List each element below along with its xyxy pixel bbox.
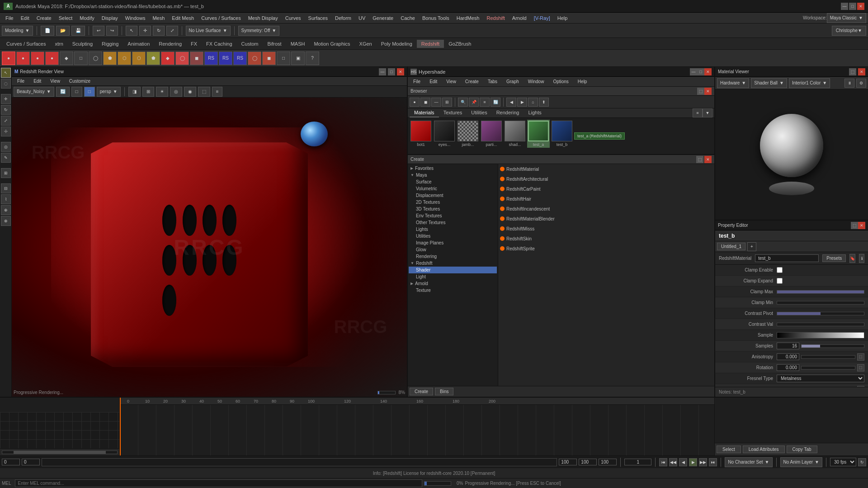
render-layer-dropdown[interactable]: Beauty_Noisy ▼ [14, 87, 54, 97]
browser-home[interactable]: ⌂ [528, 98, 538, 107]
tree-surface[interactable]: Surface [409, 178, 497, 185]
presets-button[interactable]: Presets [822, 254, 846, 262]
hs-max[interactable]: □ [697, 68, 704, 75]
shelf-icon-7[interactable]: ◯ [89, 52, 102, 65]
prop-material-input[interactable] [755, 254, 819, 262]
shelf-icon-rs3[interactable]: RS [233, 52, 247, 65]
live-surface-dropdown[interactable]: No Live Surface ▼ [186, 26, 231, 36]
node-rs-incandescent[interactable]: RedshiftIncandescent [498, 204, 714, 214]
tree-other-textures[interactable]: Other Textures [409, 219, 497, 226]
symmetry-dropdown[interactable]: Symmetry: Off ▼ [238, 26, 280, 36]
hs-window[interactable]: Window [524, 78, 548, 85]
range-bar[interactable] [42, 458, 557, 466]
node-rs-sprite[interactable]: RedshiftSprite [498, 244, 714, 253]
mat-tab-utilities[interactable]: Utilities [467, 108, 491, 117]
prop-scroll[interactable]: Clamp Enable Clamp Expand Cl [715, 265, 868, 387]
tab-rigging[interactable]: Rigging [97, 40, 123, 48]
browser-close[interactable]: ✕ [704, 88, 712, 95]
prop-rotation-map[interactable]: ⬚ [857, 364, 864, 371]
shelf-icon-14[interactable]: ◼ [190, 52, 203, 65]
shelf-icon-rs7[interactable]: ▣ [291, 52, 305, 65]
tree-favorites[interactable]: ▶ Favorites [409, 165, 497, 172]
menu-mesh-display[interactable]: Mesh Display [245, 14, 282, 22]
shelf-icon-5[interactable]: ◆ [60, 52, 73, 65]
node-rs-skin[interactable]: RedshiftSkin [498, 234, 714, 244]
shelf-icon-8[interactable]: ⬟ [103, 52, 117, 65]
timeline-main[interactable]: 0 10 20 30 40 50 60 70 80 90 100 120 140… [120, 398, 714, 455]
menu-generate[interactable]: Generate [369, 14, 397, 22]
menu-deform[interactable]: Deform [331, 14, 355, 22]
move-tool[interactable]: ✛ [1, 94, 11, 104]
tab-curves-surfaces[interactable]: Curves / Surfaces [2, 40, 50, 48]
no-character-dropdown[interactable]: No Character Set ▼ [725, 457, 772, 467]
tab-custom[interactable]: Custom [237, 40, 263, 48]
shelf-icon-6[interactable]: □ [74, 52, 88, 65]
mv-expand[interactable]: ⬚ [849, 68, 856, 75]
hs-graph[interactable]: Graph [503, 78, 523, 85]
material-color-dropdown[interactable]: Interior1 Color ▼ [789, 78, 830, 88]
undo-btn[interactable]: ↩ [93, 26, 104, 36]
tree-light[interactable]: Light [409, 273, 497, 280]
menu-curves[interactable]: Curves [282, 14, 305, 22]
shelf-icon-10[interactable]: ⬡ [132, 52, 146, 65]
shelf-icon-9[interactable]: ⬡ [118, 52, 131, 65]
browser-next[interactable]: ▶ [517, 98, 527, 107]
swatch-parti[interactable]: parti... [480, 120, 503, 148]
show-manip[interactable]: ⊞ [1, 168, 11, 178]
prop-input-rotation[interactable] [777, 364, 799, 371]
snap-point[interactable]: ⊕ [1, 205, 11, 215]
fps-dropdown[interactable]: 30 fps 24 fps 60 fps [830, 458, 856, 466]
prop-checkbox-clamp-expand[interactable] [777, 278, 783, 284]
hs-edit[interactable]: Edit [426, 78, 441, 85]
mv-pause[interactable]: ⏸ [844, 79, 854, 88]
menu-file[interactable]: File [2, 14, 17, 22]
tree-2d-textures[interactable]: 2D Textures [409, 199, 497, 206]
viewport-isolation[interactable]: ◉ [184, 87, 196, 97]
hs-help[interactable]: Help [574, 78, 591, 85]
swatch-jamb[interactable]: jamb... [457, 120, 479, 148]
tab-fx-caching[interactable]: FX Caching [202, 40, 236, 48]
snap-grid[interactable]: ⊟ [1, 183, 11, 193]
copy-tab-button[interactable]: Copy Tab [787, 446, 817, 453]
prop-sample-gradient[interactable] [777, 332, 864, 338]
snap-view[interactable]: ⊗ [1, 216, 11, 226]
rv-file[interactable]: File [14, 78, 28, 84]
node-rs-hair[interactable]: RedshiftHair [498, 194, 714, 204]
shelf-icon-rs5[interactable]: ◼ [262, 52, 276, 65]
tree-env-textures[interactable]: Env Textures [409, 212, 497, 219]
viewport-camera-tools[interactable]: ◎ [170, 87, 182, 97]
menu-create[interactable]: Create [33, 14, 55, 22]
tab-poly-modeling[interactable]: Poly Modeling [377, 40, 417, 48]
range-track[interactable] [2, 450, 118, 454]
tab-animation[interactable]: Animation [123, 40, 154, 48]
render-view-close[interactable]: ✕ [397, 68, 404, 75]
select-button[interactable]: Select [717, 446, 741, 453]
lasso-tool[interactable]: ◌ [1, 79, 11, 89]
open-file-btn[interactable]: 📂 [56, 26, 70, 36]
tree-3d-textures[interactable]: 3D Textures [409, 206, 497, 212]
mat-list-toggle[interactable]: ≡ [693, 108, 703, 117]
browser-btn-2[interactable]: ◼ [420, 98, 430, 107]
tab-xgen[interactable]: XGen [355, 40, 377, 48]
swatch-eyes[interactable]: eyes... [433, 120, 456, 148]
menu-help[interactable]: Help [554, 14, 571, 22]
menu-modify[interactable]: Modify [76, 14, 98, 22]
menu-edit[interactable]: Edit [17, 14, 33, 22]
menu-surfaces[interactable]: Surfaces [305, 14, 331, 22]
select-tool[interactable]: ↖ [1, 68, 11, 78]
new-file-btn[interactable]: 📄 [41, 26, 54, 36]
prop-input-samples[interactable] [777, 343, 799, 349]
minimize-button[interactable]: — [841, 3, 848, 10]
no-anim-layer-dropdown[interactable]: No Anim Layer ▼ [780, 457, 823, 467]
end-frame-input-2[interactable] [579, 459, 597, 465]
hs-options[interactable]: Options [549, 78, 572, 85]
swatch-test-a[interactable]: test_a [527, 120, 550, 148]
rv-view[interactable]: View [47, 78, 64, 84]
browser-list[interactable]: ≡ [480, 98, 490, 107]
shelf-icon-rs4[interactable]: ◯ [248, 52, 261, 65]
menu-mesh[interactable]: Mesh [149, 14, 168, 22]
browser-prev[interactable]: ◀ [506, 98, 516, 107]
swatch-bot1[interactable]: bot1 [410, 120, 432, 148]
universal-tool[interactable]: ☩ [1, 127, 11, 136]
menu-hardmesh[interactable]: HardMesh [453, 14, 483, 22]
